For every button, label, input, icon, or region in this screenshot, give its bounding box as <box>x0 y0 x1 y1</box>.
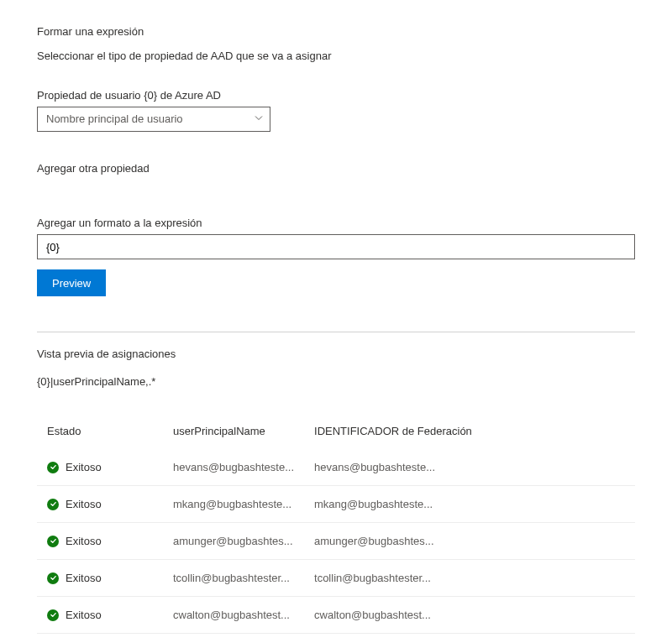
status-cell: Exitoso <box>37 560 163 597</box>
success-check-icon <box>47 499 59 510</box>
table-row: Exitosohevans@bugbashteste...hevans@bugb… <box>37 449 635 486</box>
success-check-icon <box>47 609 59 621</box>
status-label: Exitoso <box>66 572 102 584</box>
upn-cell: cwalton@bugbashtest... <box>163 597 304 634</box>
federation-id-cell: amunger@bugbashtes... <box>304 523 635 560</box>
preview-button[interactable]: Preview <box>37 269 106 296</box>
upn-cell: tcollin@bugbashtester... <box>163 560 304 597</box>
status-label: Exitoso <box>66 535 102 547</box>
add-property-link[interactable]: Agregar otra propiedad <box>37 162 635 175</box>
success-check-icon <box>47 572 59 584</box>
table-row: Exitosomkang@bugbashteste...mkang@bugbas… <box>37 486 635 523</box>
user-property-label: Propiedad de usuario {0} de Azure AD <box>37 89 635 102</box>
user-property-selected-value[interactable]: Nombre principal de usuario <box>37 107 270 132</box>
status-cell: Exitoso <box>37 597 163 634</box>
federation-id-cell: cwalton@bugbashtest... <box>304 597 635 634</box>
table-row: Exitosotcollin@bugbashtester...tcollin@b… <box>37 560 635 597</box>
section-divider <box>37 332 635 332</box>
status-label: Exitoso <box>66 609 102 621</box>
federation-id-cell: hevans@bugbashteste... <box>304 449 635 486</box>
format-label: Agregar un formato a la expresión <box>37 217 635 229</box>
column-header-upn: userPrincipalName <box>163 416 304 449</box>
upn-cell: amunger@bugbashtes... <box>163 523 304 560</box>
format-input[interactable] <box>37 234 635 259</box>
status-cell: Exitoso <box>37 523 163 560</box>
federation-id-cell: tcollin@bugbashtester... <box>304 560 635 597</box>
select-aad-type-subheading: Seleccionar el tipo de propiedad de AAD … <box>37 50 635 62</box>
table-row: Exitosoamunger@bugbashtes...amunger@bugb… <box>37 523 635 560</box>
column-header-status: Estado <box>37 416 163 449</box>
status-cell: Exitoso <box>37 486 163 523</box>
status-label: Exitoso <box>66 461 102 473</box>
preview-mappings-heading: Vista previa de asignaciones <box>37 348 635 360</box>
upn-cell: hevans@bugbashteste... <box>163 449 304 486</box>
status-cell: Exitoso <box>37 449 163 486</box>
table-header-row: Estado userPrincipalName IDENTIFICADOR d… <box>37 416 635 449</box>
user-property-select[interactable]: Nombre principal de usuario <box>37 107 270 132</box>
preview-table: Estado userPrincipalName IDENTIFICADOR d… <box>37 416 635 634</box>
column-header-federation: IDENTIFICADOR de Federación <box>304 416 635 449</box>
expression-display: {0}|userPrincipalName,.* <box>37 375 635 388</box>
federation-id-cell: mkang@bugbashteste... <box>304 486 635 523</box>
upn-cell: mkang@bugbashteste... <box>163 486 304 523</box>
success-check-icon <box>47 462 59 473</box>
status-label: Exitoso <box>66 498 102 510</box>
success-check-icon <box>47 536 59 547</box>
form-expression-heading: Formar una expresión <box>37 25 635 38</box>
table-row: Exitosocwalton@bugbashtest...cwalton@bug… <box>37 597 635 634</box>
